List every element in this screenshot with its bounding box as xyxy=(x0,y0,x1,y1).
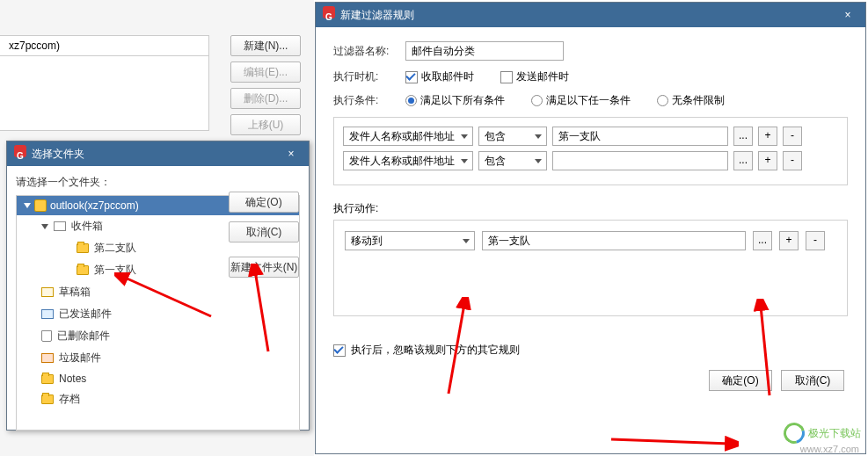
when-send-checkbox[interactable]: 发送邮件时 xyxy=(500,69,569,84)
tree-label: 第二支队 xyxy=(94,241,136,256)
cond-label: 执行条件: xyxy=(333,93,395,108)
dialog-title: 选择文件夹 xyxy=(32,148,84,160)
trash-icon xyxy=(41,330,52,342)
conditions-box: 发件人名称或邮件地址 包含 第一支队 ... + - 发件人名称或邮件地址 包含… xyxy=(333,117,848,185)
filter-name-label: 过滤器名称: xyxy=(333,44,395,59)
when-label: 执行时机: xyxy=(333,69,395,84)
remove-condition-button[interactable]: - xyxy=(783,127,802,146)
tree-notes[interactable]: Notes xyxy=(17,369,299,388)
tree-spam[interactable]: 垃圾邮件 xyxy=(17,347,299,369)
new-filter-rule-dialog: 新建过滤器规则 × 过滤器名称: 执行时机: 收取邮件时 发送邮件时 执行条件:… xyxy=(315,2,866,454)
select-folder-dialog: 选择文件夹 × 请选择一个文件夹： outlook(xz7pccom) 收件箱 … xyxy=(6,141,310,431)
ignore-label: 执行后，忽略该规则下方的其它规则 xyxy=(351,343,520,358)
condition-row: 发件人名称或邮件地址 包含 ... + - xyxy=(343,151,838,170)
tree-sent[interactable]: 已发送邮件 xyxy=(17,303,299,325)
tree-drafts[interactable]: 草稿箱 xyxy=(17,281,299,303)
watermark-text: 极光下载站 xyxy=(808,426,861,441)
chevron-down-icon[interactable] xyxy=(41,224,48,229)
checkbox-icon xyxy=(500,71,513,83)
watermark: 极光下载站 xyxy=(784,423,861,444)
moveup-filter-button[interactable]: 上移(U) xyxy=(230,114,301,135)
new-filter-button[interactable]: 新建(N)... xyxy=(230,35,301,56)
browse-button[interactable]: ... xyxy=(733,151,753,170)
tree-label: Notes xyxy=(59,373,86,385)
filter-name-input[interactable] xyxy=(405,41,564,61)
watermark-url: www.xz7.com xyxy=(800,444,859,454)
browse-button[interactable]: ... xyxy=(753,231,772,250)
ignore-checkbox[interactable] xyxy=(333,344,346,357)
radio-icon xyxy=(405,95,417,106)
delete-filter-button[interactable]: 删除(D)... xyxy=(230,88,301,109)
new-folder-button[interactable]: 新建文件夹(N) xyxy=(229,257,299,278)
cond-none-radio[interactable]: 无条件限制 xyxy=(657,93,725,108)
checkbox-icon xyxy=(405,71,418,83)
drafts-icon xyxy=(41,287,54,297)
remove-condition-button[interactable]: - xyxy=(783,151,802,170)
cond-any-radio[interactable]: 满足以下任一条件 xyxy=(531,93,631,108)
folder-icon xyxy=(41,374,54,384)
tree-label: 存档 xyxy=(59,392,80,407)
inbox-icon xyxy=(54,221,66,231)
radio-icon xyxy=(657,95,668,106)
radio-icon xyxy=(531,95,543,106)
app-icon xyxy=(14,145,26,157)
action-label: 执行动作: xyxy=(333,201,848,216)
breadcrumb-body xyxy=(0,56,209,131)
tree-label: 收件箱 xyxy=(71,219,103,234)
close-icon[interactable]: × xyxy=(837,3,858,27)
tree-label: 已发送邮件 xyxy=(59,307,112,322)
folder-icon xyxy=(41,394,54,404)
dialog-prompt: 请选择一个文件夹： xyxy=(16,175,300,190)
folder-icon xyxy=(77,243,89,253)
tree-label: 草稿箱 xyxy=(59,285,91,300)
action-select[interactable]: 移动到 xyxy=(345,231,475,250)
sent-icon xyxy=(41,309,54,319)
add-condition-button[interactable]: + xyxy=(758,151,777,170)
dialog-titlebar[interactable]: 新建过滤器规则 × xyxy=(316,3,865,27)
value-input[interactable] xyxy=(552,151,728,170)
tree-label: 已删除邮件 xyxy=(57,329,110,344)
operator-select[interactable]: 包含 xyxy=(478,151,547,170)
tree-deleted[interactable]: 已删除邮件 xyxy=(17,325,299,347)
account-label: outlook(xz7pccom) xyxy=(50,199,139,212)
actions-box: 移动到 第一支队 ... + - xyxy=(333,220,848,316)
browse-button[interactable]: ... xyxy=(733,127,753,146)
when-receive-checkbox[interactable]: 收取邮件时 xyxy=(405,69,474,84)
dialog-titlebar[interactable]: 选择文件夹 × xyxy=(7,141,309,166)
condition-row: 发件人名称或邮件地址 包含 第一支队 ... + - xyxy=(343,127,838,146)
ok-button[interactable]: 确定(O) xyxy=(229,192,299,213)
operator-select[interactable]: 包含 xyxy=(478,127,547,146)
folder-icon xyxy=(77,265,89,275)
cond-all-radio[interactable]: 满足以下所有条件 xyxy=(405,93,505,108)
tree-label: 第一支队 xyxy=(94,263,136,278)
field-select[interactable]: 发件人名称或邮件地址 xyxy=(343,127,473,146)
breadcrumb: xz7pccom) xyxy=(0,35,209,56)
remove-action-button[interactable]: - xyxy=(806,231,825,250)
field-select[interactable]: 发件人名称或邮件地址 xyxy=(343,151,473,170)
app-icon xyxy=(323,6,335,18)
add-condition-button[interactable]: + xyxy=(758,127,777,146)
cancel-button[interactable]: 取消(C) xyxy=(781,370,844,391)
tree-archive[interactable]: 存档 xyxy=(17,388,299,410)
chevron-down-icon[interactable] xyxy=(24,203,31,208)
add-action-button[interactable]: + xyxy=(779,231,799,250)
spam-icon xyxy=(41,353,54,363)
account-icon xyxy=(34,199,47,212)
edit-filter-button[interactable]: 编辑(E)... xyxy=(230,62,301,83)
tree-label: 垃圾邮件 xyxy=(59,351,101,366)
dialog-title: 新建过滤器规则 xyxy=(340,9,414,21)
action-value[interactable]: 第一支队 xyxy=(482,231,746,250)
ok-button[interactable]: 确定(O) xyxy=(709,370,772,391)
cancel-button[interactable]: 取消(C) xyxy=(229,221,299,242)
value-input[interactable]: 第一支队 xyxy=(552,127,728,146)
action-row: 移动到 第一支队 ... + - xyxy=(345,231,836,250)
close-icon[interactable]: × xyxy=(281,141,302,166)
